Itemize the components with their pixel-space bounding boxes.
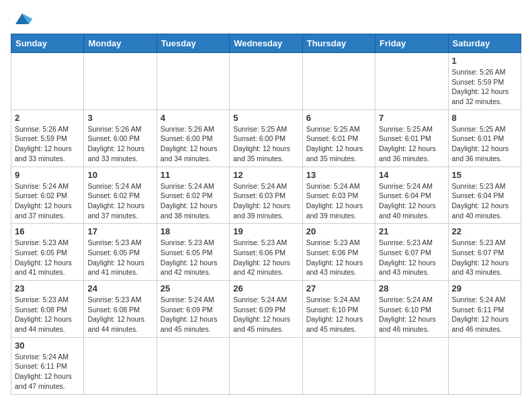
day-info: Sunrise: 5:25 AM Sunset: 6:01 PM Dayligh… xyxy=(379,124,444,164)
calendar-cell: 15Sunrise: 5:23 AM Sunset: 6:04 PM Dayli… xyxy=(448,167,521,224)
day-info: Sunrise: 5:25 AM Sunset: 6:01 PM Dayligh… xyxy=(306,124,371,164)
calendar-cell: 5Sunrise: 5:25 AM Sunset: 6:00 PM Daylig… xyxy=(230,109,302,167)
day-info: Sunrise: 5:24 AM Sunset: 6:03 PM Dayligh… xyxy=(306,181,371,221)
calendar-cell: 30Sunrise: 5:24 AM Sunset: 6:11 PM Dayli… xyxy=(11,337,84,394)
day-number: 21 xyxy=(379,226,444,236)
day-number: 16 xyxy=(15,226,80,236)
calendar-cell xyxy=(84,53,157,110)
calendar-table: SundayMondayTuesdayWednesdayThursdayFrid… xyxy=(11,34,521,395)
calendar-header-row: SundayMondayTuesdayWednesdayThursdayFrid… xyxy=(11,34,521,53)
day-info: Sunrise: 5:23 AM Sunset: 6:06 PM Dayligh… xyxy=(233,238,298,277)
day-number: 25 xyxy=(161,283,226,293)
calendar-cell: 10Sunrise: 5:24 AM Sunset: 6:02 PM Dayli… xyxy=(84,167,157,224)
calendar-cell xyxy=(157,337,229,394)
calendar-cell: 17Sunrise: 5:23 AM Sunset: 6:05 PM Dayli… xyxy=(84,224,157,281)
day-number: 20 xyxy=(306,226,371,236)
calendar-week-row: 30Sunrise: 5:24 AM Sunset: 6:11 PM Dayli… xyxy=(11,337,521,394)
calendar-cell: 24Sunrise: 5:23 AM Sunset: 6:08 PM Dayli… xyxy=(84,281,157,338)
day-number: 24 xyxy=(87,283,152,293)
day-info: Sunrise: 5:24 AM Sunset: 6:04 PM Dayligh… xyxy=(379,181,444,221)
calendar-cell: 29Sunrise: 5:24 AM Sunset: 6:11 PM Dayli… xyxy=(448,281,521,338)
day-info: Sunrise: 5:24 AM Sunset: 6:02 PM Dayligh… xyxy=(15,181,80,221)
day-number: 2 xyxy=(15,113,80,123)
calendar-cell: 27Sunrise: 5:24 AM Sunset: 6:10 PM Dayli… xyxy=(302,281,375,338)
day-info: Sunrise: 5:24 AM Sunset: 6:11 PM Dayligh… xyxy=(15,352,80,392)
day-info: Sunrise: 5:24 AM Sunset: 6:02 PM Dayligh… xyxy=(161,181,226,221)
day-number: 10 xyxy=(87,170,152,180)
calendar-cell: 3Sunrise: 5:26 AM Sunset: 6:00 PM Daylig… xyxy=(84,109,157,167)
day-number: 8 xyxy=(452,113,517,123)
day-number: 5 xyxy=(233,113,298,123)
day-number: 12 xyxy=(233,170,298,180)
day-header-saturday: Saturday xyxy=(448,34,521,53)
calendar-cell: 25Sunrise: 5:24 AM Sunset: 6:09 PM Dayli… xyxy=(157,281,229,338)
calendar-cell xyxy=(375,337,448,394)
calendar-cell: 16Sunrise: 5:23 AM Sunset: 6:05 PM Dayli… xyxy=(11,224,84,281)
page-header xyxy=(11,11,521,27)
calendar-cell: 7Sunrise: 5:25 AM Sunset: 6:01 PM Daylig… xyxy=(375,109,448,167)
day-info: Sunrise: 5:25 AM Sunset: 6:01 PM Dayligh… xyxy=(452,124,517,164)
calendar-week-row: 1Sunrise: 5:26 AM Sunset: 5:59 PM Daylig… xyxy=(11,53,521,110)
day-info: Sunrise: 5:26 AM Sunset: 6:00 PM Dayligh… xyxy=(161,124,226,164)
day-number: 30 xyxy=(15,340,80,351)
day-info: Sunrise: 5:24 AM Sunset: 6:09 PM Dayligh… xyxy=(161,295,226,334)
day-number: 7 xyxy=(379,113,444,123)
day-number: 11 xyxy=(161,170,226,180)
calendar-week-row: 9Sunrise: 5:24 AM Sunset: 6:02 PM Daylig… xyxy=(11,167,521,224)
calendar-cell: 6Sunrise: 5:25 AM Sunset: 6:01 PM Daylig… xyxy=(302,109,375,167)
calendar-cell: 14Sunrise: 5:24 AM Sunset: 6:04 PM Dayli… xyxy=(375,167,448,224)
calendar-cell: 20Sunrise: 5:23 AM Sunset: 6:06 PM Dayli… xyxy=(302,224,375,281)
day-header-thursday: Thursday xyxy=(302,34,375,53)
day-header-tuesday: Tuesday xyxy=(157,34,229,53)
day-info: Sunrise: 5:25 AM Sunset: 6:00 PM Dayligh… xyxy=(233,124,298,164)
day-info: Sunrise: 5:23 AM Sunset: 6:05 PM Dayligh… xyxy=(161,238,226,277)
calendar-cell: 22Sunrise: 5:23 AM Sunset: 6:07 PM Dayli… xyxy=(448,224,521,281)
day-number: 19 xyxy=(233,226,298,236)
day-header-friday: Friday xyxy=(375,34,448,53)
day-number: 13 xyxy=(306,170,371,180)
calendar-cell: 11Sunrise: 5:24 AM Sunset: 6:02 PM Dayli… xyxy=(157,167,229,224)
day-info: Sunrise: 5:23 AM Sunset: 6:07 PM Dayligh… xyxy=(379,238,444,277)
day-header-monday: Monday xyxy=(84,34,157,53)
day-number: 28 xyxy=(379,283,444,293)
calendar-cell: 1Sunrise: 5:26 AM Sunset: 5:59 PM Daylig… xyxy=(448,53,521,110)
day-number: 23 xyxy=(15,283,80,293)
day-header-sunday: Sunday xyxy=(11,34,84,53)
day-info: Sunrise: 5:23 AM Sunset: 6:08 PM Dayligh… xyxy=(15,295,80,334)
calendar-week-row: 23Sunrise: 5:23 AM Sunset: 6:08 PM Dayli… xyxy=(11,281,521,338)
day-info: Sunrise: 5:24 AM Sunset: 6:03 PM Dayligh… xyxy=(233,181,298,221)
day-info: Sunrise: 5:23 AM Sunset: 6:04 PM Dayligh… xyxy=(452,181,517,221)
day-number: 26 xyxy=(233,283,298,293)
day-number: 4 xyxy=(161,113,226,123)
calendar-cell: 13Sunrise: 5:24 AM Sunset: 6:03 PM Dayli… xyxy=(302,167,375,224)
calendar-week-row: 2Sunrise: 5:26 AM Sunset: 5:59 PM Daylig… xyxy=(11,109,521,167)
day-info: Sunrise: 5:23 AM Sunset: 6:05 PM Dayligh… xyxy=(87,238,152,277)
day-number: 27 xyxy=(306,283,371,293)
day-info: Sunrise: 5:26 AM Sunset: 5:59 PM Dayligh… xyxy=(15,124,80,164)
calendar-week-row: 16Sunrise: 5:23 AM Sunset: 6:05 PM Dayli… xyxy=(11,224,521,281)
calendar-cell xyxy=(375,53,448,110)
day-header-wednesday: Wednesday xyxy=(230,34,302,53)
day-number: 22 xyxy=(452,226,517,236)
day-info: Sunrise: 5:24 AM Sunset: 6:02 PM Dayligh… xyxy=(87,181,152,221)
day-number: 3 xyxy=(87,113,152,123)
calendar-cell xyxy=(302,53,375,110)
day-info: Sunrise: 5:23 AM Sunset: 6:05 PM Dayligh… xyxy=(15,238,80,277)
calendar-cell xyxy=(157,53,229,110)
logo-icon xyxy=(12,11,32,27)
day-number: 18 xyxy=(161,226,226,236)
calendar-cell: 2Sunrise: 5:26 AM Sunset: 5:59 PM Daylig… xyxy=(11,109,84,167)
day-info: Sunrise: 5:24 AM Sunset: 6:11 PM Dayligh… xyxy=(452,295,517,334)
day-number: 15 xyxy=(452,170,517,180)
calendar-cell: 26Sunrise: 5:24 AM Sunset: 6:09 PM Dayli… xyxy=(230,281,302,338)
day-info: Sunrise: 5:23 AM Sunset: 6:08 PM Dayligh… xyxy=(87,295,152,334)
day-number: 14 xyxy=(379,170,444,180)
calendar-cell: 4Sunrise: 5:26 AM Sunset: 6:00 PM Daylig… xyxy=(157,109,229,167)
day-info: Sunrise: 5:23 AM Sunset: 6:06 PM Dayligh… xyxy=(306,238,371,277)
day-number: 29 xyxy=(452,283,517,293)
calendar-cell xyxy=(84,337,157,394)
calendar-cell: 18Sunrise: 5:23 AM Sunset: 6:05 PM Dayli… xyxy=(157,224,229,281)
calendar-cell xyxy=(302,337,375,394)
logo xyxy=(11,11,32,27)
day-info: Sunrise: 5:26 AM Sunset: 6:00 PM Dayligh… xyxy=(87,124,152,164)
